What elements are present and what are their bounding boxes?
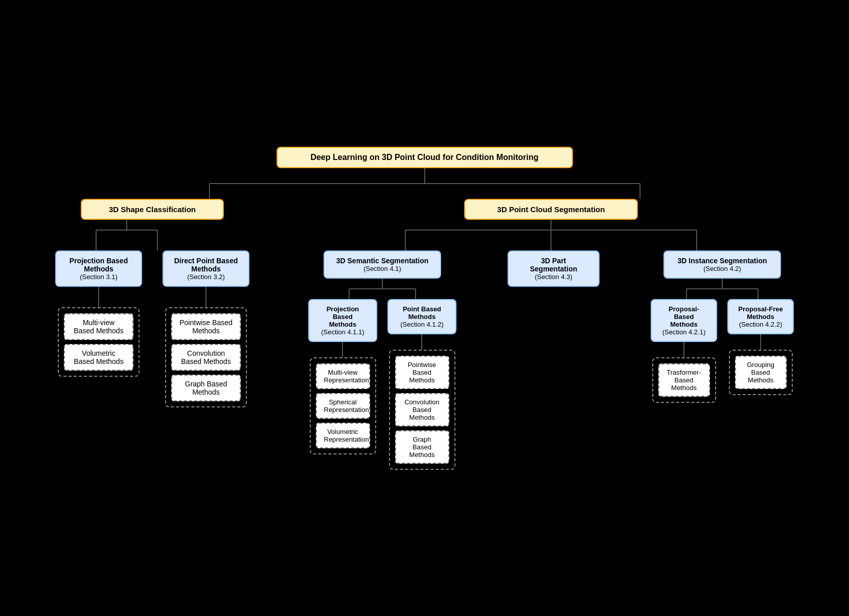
instance-segmentation: 3D Instance Segmentation (Section 4.2) [663,250,781,279]
direct-children: Pointwise Based Methods Convolution Base… [165,307,247,407]
multiview-rep: Multi-view Representation [316,363,370,389]
grouping-based: Grouping Based Methods [735,356,787,389]
convolution-left: Convolution Based Methods [171,344,241,371]
graph-right: Graph Based Methods [395,430,449,464]
point-412-children: Pointwise Based Methods Convolution Base… [389,350,455,470]
shape-classification: 3D Shape Classification [81,199,224,220]
proposal-based-children: Trasformer-Based Methods [652,357,716,403]
pointwise-left: Pointwise Based Methods [171,313,241,340]
projection-based-left: Projection Based Methods (Section 3.1) [55,250,142,287]
point-412: Point Based Methods (Section 4.1.2) [387,299,456,334]
proposal-free: Proposal-Free Methods (Section 4.2.2) [727,299,794,334]
transformer-based: Trasformer-Based Methods [658,363,710,397]
pointwise-right: Pointwise Based Methods [395,356,449,389]
volumetric-left: Volumetric Based Methods [64,344,133,371]
volumetric-rep: Volumetric Representation [316,423,370,448]
convolution-right: Convolution Based Methods [395,393,449,426]
direct-point-based: Direct Point Based Methods (Section 3.2) [163,250,249,287]
proposal-based: Proposal-Based Methods (Section 4.2.1) [651,299,717,342]
multiview-left: Multi-view Based Methods [64,313,133,340]
point-cloud-segmentation: 3D Point Cloud Segmentation [464,199,638,220]
projection-411: Projection Based Methods (Section 4.1.1) [308,299,377,342]
part-segmentation: 3D Part Segmentation (Section 4.3) [508,250,600,287]
spherical-rep: Spherical Representation [316,393,370,419]
root-node: Deep Learning on 3D Point Cloud for Cond… [277,147,573,168]
projection-children-left: Multi-view Based Methods Volumetric Base… [58,307,140,377]
semantic-segmentation: 3D Semantic Segmentation (Section 4.1) [324,250,441,279]
projection-411-children: Multi-view Representation Spherical Repr… [310,357,376,454]
graph-left: Graph Based Methods [171,375,241,401]
proposal-free-children: Grouping Based Methods [729,350,793,395]
diagram: Deep Learning on 3D Point Cloud for Cond… [16,136,834,480]
